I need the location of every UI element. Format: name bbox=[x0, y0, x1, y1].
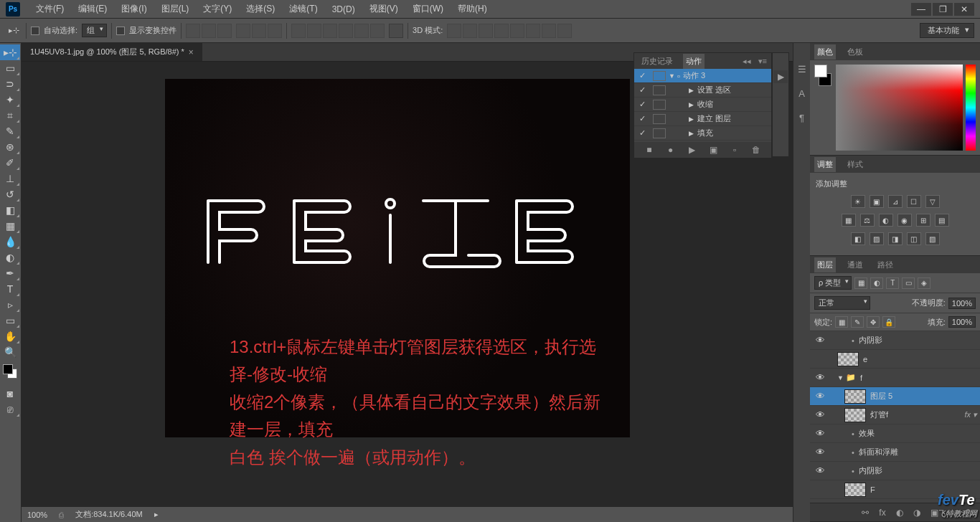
hand-tool[interactable]: ✋ bbox=[0, 328, 20, 344]
dist-2-icon[interactable] bbox=[307, 24, 321, 38]
zoom-level[interactable]: 100% bbox=[27, 511, 47, 519]
adj-invert-icon[interactable]: ◧ bbox=[851, 232, 865, 245]
stop-icon[interactable]: ■ bbox=[644, 144, 655, 156]
action-row[interactable]: ✓▶填充 bbox=[634, 126, 771, 141]
adj-mixer-icon[interactable]: ⊞ bbox=[916, 214, 930, 227]
showtransform-checkbox[interactable] bbox=[116, 27, 125, 35]
screenmode-tool[interactable]: ⎚ bbox=[0, 402, 20, 417]
menu-select[interactable]: 选择(S) bbox=[239, 3, 282, 15]
layer-row[interactable]: 👁•斜面和浮雕 bbox=[810, 443, 980, 462]
shape-tool[interactable]: ▭ bbox=[0, 313, 20, 328]
color-picker[interactable] bbox=[814, 65, 976, 151]
layer-row[interactable]: 👁•内阴影 bbox=[810, 331, 980, 350]
dist-3-icon[interactable] bbox=[323, 24, 337, 38]
wand-tool[interactable]: ✦ bbox=[0, 92, 20, 108]
paragraph-dock-icon[interactable]: ¶ bbox=[796, 112, 808, 123]
close-button[interactable]: ✕ bbox=[954, 3, 974, 16]
fx-icon[interactable]: fx bbox=[877, 507, 888, 518]
document-tab-close-icon[interactable]: × bbox=[189, 47, 194, 57]
3d-4-icon[interactable] bbox=[494, 24, 509, 38]
layers-tab[interactable]: 图层 bbox=[814, 257, 836, 272]
3d-2-icon[interactable] bbox=[463, 24, 477, 38]
dist-5-icon[interactable] bbox=[354, 24, 369, 38]
menu-view[interactable]: 视图(V) bbox=[362, 3, 405, 15]
layer-row[interactable]: 👁▼📁f bbox=[810, 369, 980, 387]
menu-edit[interactable]: 编辑(E) bbox=[71, 3, 114, 15]
action-row[interactable]: ✓▶收缩 bbox=[634, 98, 771, 112]
3d-6-icon[interactable] bbox=[526, 24, 540, 38]
minimize-button[interactable]: — bbox=[911, 3, 931, 16]
character-dock-icon[interactable]: A bbox=[796, 87, 808, 99]
filter-adj-icon[interactable]: ◐ bbox=[870, 277, 883, 289]
record-icon[interactable]: ● bbox=[665, 144, 677, 156]
layer-row[interactable]: 👁•内阴影 bbox=[810, 462, 980, 480]
dist-1-icon[interactable] bbox=[291, 24, 306, 38]
crop-tool[interactable]: ⌗ bbox=[0, 108, 20, 123]
lock-pos-icon[interactable]: ✥ bbox=[867, 316, 880, 328]
lasso-tool[interactable]: ⊃ bbox=[0, 76, 20, 92]
canvas[interactable]: 13.ctrl+鼠标左键单击灯管图层获得选区，执行选择-修改-收缩 收缩2个像素… bbox=[165, 79, 630, 437]
eyedropper-tool[interactable]: ✎ bbox=[0, 123, 20, 139]
menu-image[interactable]: 图像(I) bbox=[114, 3, 154, 15]
color-tab[interactable]: 颜色 bbox=[814, 44, 836, 60]
dist-4-icon[interactable] bbox=[339, 24, 353, 38]
layer-list[interactable]: 👁•内阴影e👁▼📁f👁图层 5👁灯管ffx ▾👁•效果👁•斜面和浮雕👁•内阴影F bbox=[810, 331, 980, 503]
actions-panel[interactable]: 历史记录 动作 ◂◂ ▾≡ ✓▼▫动作 3✓▶设置 选区✓▶收缩✓▶建立 图层✓… bbox=[633, 52, 772, 158]
align-vcenter-icon[interactable] bbox=[202, 24, 216, 38]
adjustments-tab[interactable]: 调整 bbox=[814, 157, 836, 172]
panel-menu-icon[interactable]: ▾≡ bbox=[758, 57, 767, 66]
channels-tab[interactable]: 通道 bbox=[844, 257, 866, 272]
workspace-select[interactable]: 基本功能 bbox=[920, 23, 974, 38]
lock-trans-icon[interactable]: ▦ bbox=[835, 316, 848, 328]
align-right-icon[interactable] bbox=[268, 24, 282, 38]
foreground-swatch[interactable] bbox=[3, 364, 13, 374]
marquee-tool[interactable]: ▭ bbox=[0, 60, 20, 76]
adj-selcolor-icon[interactable]: ▧ bbox=[925, 232, 940, 245]
adj-curves-icon[interactable]: ⊿ bbox=[888, 195, 903, 208]
menu-type[interactable]: 文字(Y) bbox=[196, 3, 239, 15]
autoselect-group-select[interactable]: 组 bbox=[82, 24, 107, 37]
3d-7-icon[interactable] bbox=[542, 24, 556, 38]
align-top-icon[interactable] bbox=[186, 24, 200, 38]
dodge-tool[interactable]: ◐ bbox=[0, 250, 20, 265]
adj-thresh-icon[interactable]: ◨ bbox=[888, 232, 903, 245]
new-action-icon[interactable]: ▫ bbox=[729, 144, 740, 156]
blend-mode-select[interactable]: 正常 bbox=[814, 296, 870, 310]
layer-row[interactable]: 👁灯管ffx ▾ bbox=[810, 406, 980, 424]
blur-tool[interactable]: 💧 bbox=[0, 234, 20, 250]
adj-bw-icon[interactable]: ◐ bbox=[879, 214, 893, 227]
align-bottom-icon[interactable] bbox=[217, 24, 232, 38]
adj-lookup-icon[interactable]: ▤ bbox=[935, 214, 949, 227]
adj-photo-icon[interactable]: ◉ bbox=[897, 214, 912, 227]
filter-type-icon[interactable]: T bbox=[886, 277, 899, 289]
link-layers-icon[interactable]: ⚯ bbox=[859, 507, 871, 518]
styles-tab[interactable]: 样式 bbox=[844, 157, 866, 172]
collapse-icon[interactable]: ◂◂ bbox=[743, 57, 751, 66]
history-tab[interactable]: 历史记录 bbox=[639, 54, 676, 69]
path-select-tool[interactable]: ▹ bbox=[0, 297, 20, 313]
filter-pixel-icon[interactable]: ▦ bbox=[854, 277, 867, 289]
adj-hue-icon[interactable]: ▦ bbox=[842, 214, 856, 227]
layer-row[interactable]: e bbox=[810, 350, 980, 369]
filter-smart-icon[interactable]: ◈ bbox=[918, 277, 930, 289]
action-row[interactable]: ✓▶设置 选区 bbox=[634, 83, 771, 98]
delete-action-icon[interactable]: 🗑 bbox=[750, 144, 762, 156]
heal-tool[interactable]: ⊛ bbox=[0, 139, 20, 155]
move-tool[interactable]: ▸⊹ bbox=[0, 44, 20, 60]
color-field[interactable] bbox=[836, 65, 963, 151]
adj-gradmap-icon[interactable]: ◫ bbox=[907, 232, 921, 245]
zoom-tool[interactable]: 🔍 bbox=[0, 344, 20, 360]
gradient-tool[interactable]: ▦ bbox=[0, 218, 20, 234]
new-adj-icon[interactable]: ◑ bbox=[911, 507, 923, 518]
opacity-value[interactable]: 100% bbox=[948, 298, 976, 309]
adj-brightness-icon[interactable]: ☀ bbox=[851, 195, 865, 208]
mask-icon[interactable]: ◐ bbox=[894, 507, 905, 518]
maximize-button[interactable]: ❐ bbox=[933, 3, 953, 16]
paths-tab[interactable]: 路径 bbox=[875, 257, 896, 272]
action-row[interactable]: ✓▼▫动作 3 bbox=[634, 69, 771, 83]
eraser-tool[interactable]: ◧ bbox=[0, 202, 20, 218]
3d-1-icon[interactable] bbox=[447, 24, 461, 38]
adj-vibrance-icon[interactable]: ▽ bbox=[925, 195, 940, 208]
menu-file[interactable]: 文件(F) bbox=[29, 3, 71, 15]
menu-help[interactable]: 帮助(H) bbox=[451, 3, 494, 15]
